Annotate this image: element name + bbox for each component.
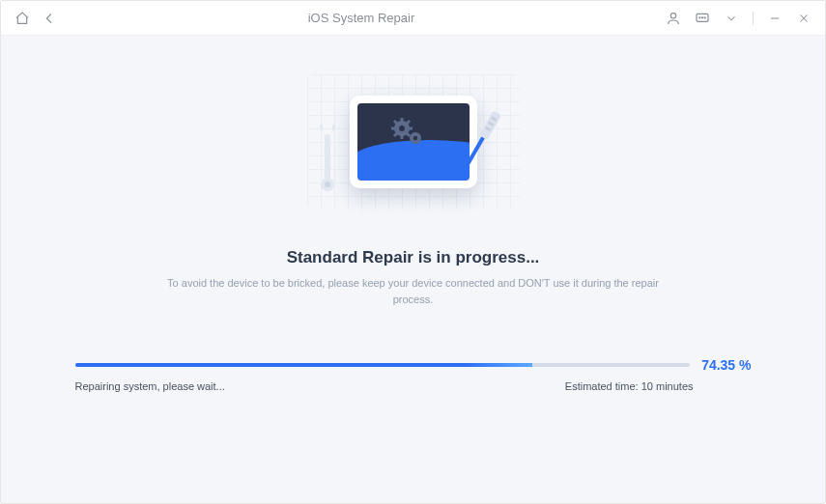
main-content: Standard Repair is in progress... To avo…	[1, 36, 825, 503]
minimize-icon[interactable]	[767, 11, 783, 26]
gear-icon	[390, 117, 429, 154]
titlebar-left	[14, 11, 57, 26]
screwdriver-icon	[450, 105, 504, 194]
svg-rect-24	[464, 137, 484, 169]
progress-heading: Standard Repair is in progress...	[287, 248, 540, 267]
progress-estimated: Estimated time: 10 minutes	[565, 380, 752, 392]
progress-percent: 74.35 %	[701, 357, 751, 373]
window-title: iOS System Repair	[57, 11, 666, 25]
svg-line-15	[407, 121, 410, 124]
progress-area: 74.35 %	[75, 357, 752, 373]
feedback-icon[interactable]	[695, 11, 710, 26]
progress-status: Repairing system, please wait...	[75, 380, 225, 392]
svg-rect-17	[325, 134, 330, 181]
svg-point-3	[701, 16, 702, 17]
app-window: iOS System Repair	[0, 0, 826, 504]
progress-labels: Repairing system, please wait... Estimat…	[75, 380, 752, 392]
home-icon[interactable]	[14, 11, 30, 26]
progress-fill	[75, 363, 532, 367]
svg-point-19	[325, 182, 330, 187]
wrench-icon	[315, 125, 340, 196]
svg-point-8	[413, 136, 416, 140]
svg-point-2	[699, 16, 700, 17]
back-icon[interactable]	[42, 11, 57, 26]
tablet-graphic	[350, 96, 477, 188]
svg-point-6	[399, 126, 405, 131]
progress-subtext: To avoid the device to be bricked, pleas…	[153, 275, 674, 307]
progress-bar	[75, 363, 691, 367]
titlebar-right	[666, 11, 812, 26]
svg-point-0	[670, 13, 675, 17]
close-icon[interactable]	[796, 11, 812, 26]
user-icon[interactable]	[666, 11, 681, 26]
repair-illustration	[298, 65, 529, 219]
titlebar: iOS System Repair	[1, 1, 825, 36]
titlebar-separator	[753, 12, 754, 25]
svg-line-16	[394, 133, 397, 136]
svg-line-13	[394, 121, 397, 124]
svg-point-4	[704, 16, 705, 17]
svg-line-14	[407, 133, 410, 136]
chevron-down-icon[interactable]	[724, 11, 739, 26]
